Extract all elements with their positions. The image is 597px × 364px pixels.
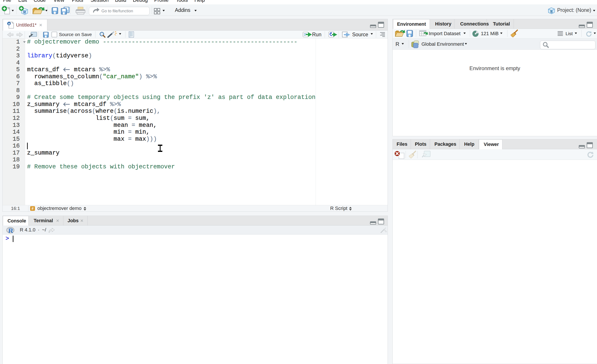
svg-text:R: R <box>23 10 26 14</box>
svg-text:R: R <box>550 9 553 14</box>
svg-text:R: R <box>8 227 13 234</box>
svg-text:R: R <box>8 22 10 25</box>
